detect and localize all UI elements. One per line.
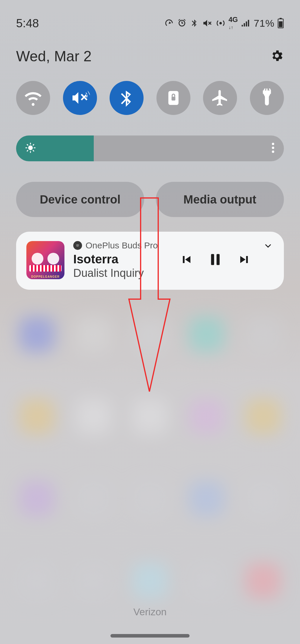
quick-toggles-row xyxy=(16,81,284,115)
bluetooth-icon xyxy=(118,87,135,109)
pause-icon xyxy=(208,251,223,268)
svg-point-15 xyxy=(272,147,274,149)
mute-icon xyxy=(202,18,213,28)
svg-line-11 xyxy=(33,150,34,151)
skip-next-icon xyxy=(237,252,251,267)
svg-rect-19 xyxy=(217,254,219,265)
vibrate-mute-icon xyxy=(70,88,90,108)
svg-line-10 xyxy=(27,145,28,145)
speedometer-icon xyxy=(164,18,174,28)
carrier-label: Verizon xyxy=(0,606,300,618)
svg-point-5 xyxy=(28,145,33,150)
bluetooth-icon xyxy=(190,18,199,28)
battery-percent: 71% xyxy=(254,18,275,29)
flashlight-icon xyxy=(259,88,275,108)
brightness-icon xyxy=(25,142,36,155)
sound-vibrate-toggle[interactable] xyxy=(63,81,97,115)
svg-point-14 xyxy=(272,143,274,145)
svg-rect-18 xyxy=(211,254,214,265)
gear-icon xyxy=(270,49,284,63)
svg-line-12 xyxy=(27,150,28,151)
media-artist: Dualist Inquiry xyxy=(73,267,171,279)
chevron-down-icon xyxy=(262,242,274,250)
brightness-slider[interactable] xyxy=(16,135,284,161)
rotation-lock-toggle[interactable] xyxy=(156,81,190,115)
status-time: 5:48 xyxy=(16,17,39,30)
device-control-button[interactable]: Device control xyxy=(16,182,144,217)
media-output-button[interactable]: Media output xyxy=(156,182,284,217)
bluetooth-toggle[interactable] xyxy=(110,81,144,115)
skip-previous-icon xyxy=(179,252,193,267)
date-label: Wed, Mar 2 xyxy=(16,48,92,65)
media-output-label: Media output xyxy=(183,193,256,206)
album-art: DOPPELGANGER xyxy=(26,241,64,279)
spotify-icon xyxy=(73,241,82,250)
svg-rect-2 xyxy=(279,21,283,27)
network-type-label: 4G↓↑ xyxy=(229,16,238,30)
media-song-title: Isoterra xyxy=(73,252,171,266)
device-control-label: Device control xyxy=(40,193,121,206)
alarm-icon xyxy=(177,18,187,28)
media-previous-button[interactable] xyxy=(179,252,193,268)
svg-line-13 xyxy=(33,145,34,145)
wifi-toggle[interactable] xyxy=(16,81,50,115)
wifi-icon xyxy=(24,89,42,107)
media-device-label: OnePlus Buds Pro xyxy=(86,240,158,250)
settings-button[interactable] xyxy=(270,49,284,64)
svg-point-16 xyxy=(272,150,274,153)
media-expand-button[interactable] xyxy=(262,242,274,251)
media-notification[interactable]: DOPPELGANGER OnePlus Buds Pro Isoterra D… xyxy=(16,232,284,290)
svg-rect-4 xyxy=(171,97,175,101)
signal-icon xyxy=(241,19,251,28)
airplane-icon xyxy=(211,89,229,107)
more-vertical-icon xyxy=(271,142,275,154)
hotspot-icon xyxy=(216,18,226,28)
brightness-more-button[interactable] xyxy=(271,142,275,155)
svg-rect-1 xyxy=(279,18,282,19)
navigation-handle[interactable] xyxy=(110,634,190,638)
flashlight-toggle[interactable] xyxy=(250,81,284,115)
media-pause-button[interactable] xyxy=(208,251,223,269)
status-bar: 5:48 4G↓↑ 71% xyxy=(16,16,284,30)
battery-icon xyxy=(277,18,284,28)
airplane-mode-toggle[interactable] xyxy=(203,81,237,115)
media-next-button[interactable] xyxy=(237,252,251,268)
rotation-lock-icon xyxy=(166,89,181,107)
